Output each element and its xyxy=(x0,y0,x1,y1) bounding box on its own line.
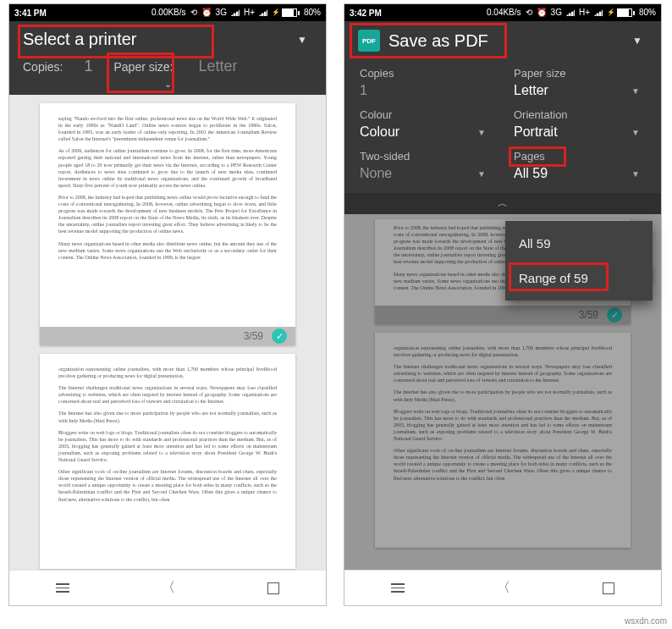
pages-option-all[interactable]: All 59 xyxy=(505,226,653,261)
page-preview-bottom: organization representing online journal… xyxy=(375,333,631,548)
status-net1: 3G xyxy=(216,8,227,17)
status-speed: 0.00KB/s xyxy=(151,8,186,17)
collapse-button[interactable]: ︿ xyxy=(344,193,661,214)
recents-icon[interactable] xyxy=(56,581,69,595)
status-time: 3:42 PM xyxy=(350,8,382,18)
home-icon[interactable] xyxy=(267,582,279,594)
chevron-down-icon[interactable]: ⌄ xyxy=(9,79,326,90)
navigation-bar: 〈 xyxy=(344,570,661,605)
printer-selector[interactable]: PDF Save as PDF ▼ xyxy=(344,21,661,60)
status-net1: 3G xyxy=(551,8,562,17)
signal-icon xyxy=(231,9,240,16)
alarm-icon: ⏰ xyxy=(537,8,547,17)
phone-right: 3:42 PM 0.04KB/s ⟲ ⏰ 3G H+ ⚡ 80% PDF xyxy=(344,3,662,606)
watermark: wsxdn.com xyxy=(625,616,667,626)
back-icon[interactable]: 〈 xyxy=(162,579,175,597)
chevron-down-icon: ▼ xyxy=(625,86,646,96)
option-orientation[interactable]: Orientation Portrait▼ xyxy=(514,108,646,140)
option-two-sided[interactable]: Two-sided None▼ xyxy=(360,150,492,181)
chevron-down-icon: ▼ xyxy=(625,169,646,179)
pages-dropdown: All 59 Range of 59 xyxy=(505,221,653,301)
document-preview[interactable]: saying "Nando evolved into the first onl… xyxy=(9,95,326,570)
signal-icon-2 xyxy=(594,9,603,16)
navigation-bar: 〈 xyxy=(9,570,326,605)
print-options-panel: PDF Save as PDF ▼ Copies 1 Paper size Le… xyxy=(344,21,661,214)
page-preview-bottom: organization representing online journal… xyxy=(40,354,295,569)
page-preview-top: saying "Nando evolved into the first onl… xyxy=(40,103,295,345)
chevron-down-icon: ▼ xyxy=(471,128,492,137)
chevron-down-icon: ▼ xyxy=(625,128,646,137)
status-battery-pct: 80% xyxy=(304,8,321,17)
battery-icon: ⚡ xyxy=(272,8,300,17)
option-copies[interactable]: Copies 1 xyxy=(360,67,492,98)
battery-icon: ⚡ xyxy=(607,8,635,17)
pages-option-range[interactable]: Range of 59 xyxy=(505,261,653,295)
page-counter: 3/59 xyxy=(579,308,598,322)
copies-value[interactable]: 1 xyxy=(78,58,98,75)
alarm-icon: ⏰ xyxy=(201,8,212,17)
status-speed: 0.04KB/s xyxy=(487,8,521,17)
recents-icon[interactable] xyxy=(391,581,405,595)
status-net2: H+ xyxy=(579,8,590,17)
printer-selector-label: Save as PDF xyxy=(388,31,488,51)
option-pages[interactable]: Pages All 59▼ xyxy=(514,150,646,181)
check-icon[interactable]: ✓ xyxy=(272,328,287,344)
sync-off-icon: ⟲ xyxy=(526,8,532,17)
pdf-icon: PDF xyxy=(358,30,380,52)
paper-size-value[interactable]: Letter xyxy=(199,58,238,75)
chevron-down-icon: ▼ xyxy=(627,35,647,47)
print-options-panel: Select a printer ▼ Copies: 1 Paper size:… xyxy=(9,21,326,95)
status-bar: 3:41 PM 0.00KB/s ⟲ ⏰ 3G H+ ⚡ 80% xyxy=(9,4,326,21)
page-counter: 3/59 xyxy=(244,329,263,343)
signal-icon-2 xyxy=(259,9,267,16)
status-bar: 3:42 PM 0.04KB/s ⟲ ⏰ 3G H+ ⚡ 80% xyxy=(344,4,661,21)
phone-left: 3:41 PM 0.00KB/s ⟲ ⏰ 3G H+ ⚡ 80% Select xyxy=(8,3,327,606)
status-time: 3:41 PM xyxy=(14,8,47,18)
chevron-down-icon: ▼ xyxy=(471,169,492,179)
option-paper-size[interactable]: Paper size Letter▼ xyxy=(514,67,646,98)
status-net2: H+ xyxy=(244,8,255,17)
option-colour[interactable]: Colour Colour▼ xyxy=(360,108,492,140)
chevron-down-icon: ▼ xyxy=(292,34,312,46)
printer-selector[interactable]: Select a printer ▼ xyxy=(9,21,326,58)
printer-selector-label: Select a printer xyxy=(23,30,137,49)
sync-off-icon: ⟲ xyxy=(190,8,197,17)
back-icon[interactable]: 〈 xyxy=(497,579,510,597)
home-icon[interactable] xyxy=(603,582,614,594)
check-icon: ✓ xyxy=(607,307,622,323)
signal-icon xyxy=(566,9,575,16)
status-battery-pct: 80% xyxy=(639,8,656,17)
copies-label: Copies: xyxy=(23,60,63,74)
paper-size-label: Paper size: xyxy=(113,60,188,74)
